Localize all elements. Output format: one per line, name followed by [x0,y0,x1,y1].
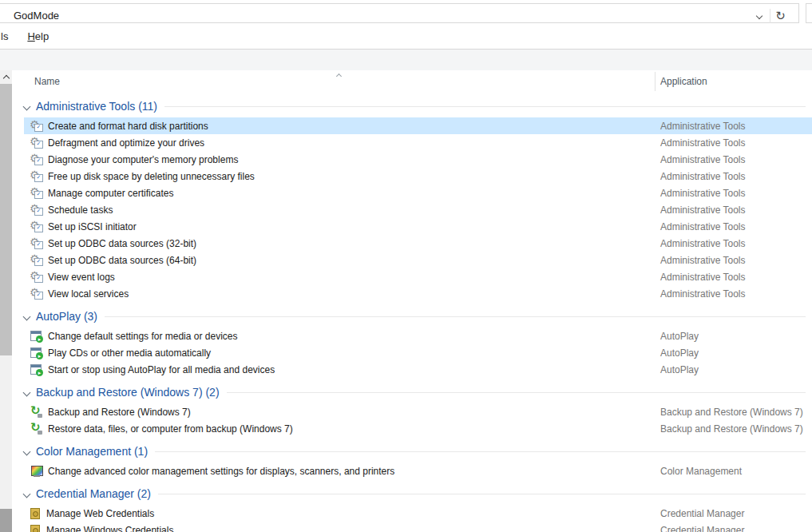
address-box[interactable]: ↻ [0,3,799,23]
autoplay-icon [30,363,43,376]
group-collapse-icon[interactable] [23,490,31,498]
admin-tools-icon [30,237,43,250]
list-item[interactable]: Set up iSCSI initiator Administrative To… [24,218,812,235]
group-title: Backup and Restore (Windows 7) (2) [36,386,220,399]
groups-container: Administrative Tools (11) Create and for… [13,96,812,532]
item-application: Administrative Tools [660,288,746,300]
list-item[interactable]: Restore data, files, or computer from ba… [24,420,812,437]
column-header-application[interactable]: Application [660,76,707,87]
item-application: Administrative Tools [660,272,746,283]
admin-tools-icon [30,204,43,216]
column-header-name[interactable]: Name [34,76,60,87]
vertical-scrollbar[interactable] [0,70,12,532]
toolband [0,50,812,70]
list-item[interactable]: Manage computer certificates Administrat… [24,185,812,201]
backup-icon [30,423,43,435]
scrollbar-thumb[interactable] [0,84,12,355]
list-item[interactable]: Schedule tasks Administrative Tools [24,201,812,218]
group-rows: Manage Web Credentials Credential Manage… [13,505,812,532]
item-name: Play CDs or other media automatically [48,347,211,359]
item-name: Change advanced color management setting… [48,466,394,477]
group-header-line [105,316,806,317]
column-header-row: Name Application [13,70,812,93]
list-item[interactable]: Change advanced color management setting… [24,463,812,479]
item-name: Change default settings for media or dev… [48,331,237,342]
admin-tools-icon [30,153,43,166]
list-item[interactable]: Manage Web Credentials Credential Manage… [24,505,812,522]
item-application: Color Management [660,466,742,477]
group-header-line [158,494,806,494]
item-group: Credential Manager (2) Manage Web Creden… [13,483,812,532]
item-name: View event logs [48,272,115,283]
admin-tools-icon [30,137,43,149]
chevron-up-icon [2,75,9,81]
list-item[interactable]: Manage Windows Credentials Credential Ma… [24,522,812,532]
item-name: Schedule tasks [48,204,113,216]
admin-tools-icon [30,187,43,200]
item-name: Start or stop using AutoPlay for all med… [48,364,275,375]
group-collapse-icon[interactable] [23,447,31,455]
address-divider [770,9,770,23]
group-header-line [164,106,806,107]
group-header[interactable]: Backup and Restore (Windows 7) (2) [13,382,812,403]
item-name: View local services [48,288,129,300]
group-rows: Change advanced color management setting… [13,463,812,479]
item-application: Credential Manager [660,525,744,532]
group-header[interactable]: Credential Manager (2) [13,483,812,504]
group-header-line [155,451,806,452]
refresh-icon: ↻ [775,10,786,22]
refresh-button[interactable]: ↻ [772,7,789,24]
item-group: AutoPlay (3) Change default settings for… [13,306,812,378]
list-item[interactable]: Defragment and optimize your drives Admi… [24,134,812,151]
list-item[interactable]: View local services Administrative Tools [24,285,812,302]
address-input[interactable] [14,8,493,22]
item-application: Administrative Tools [660,171,746,182]
color-management-icon [30,465,43,478]
backup-icon [30,406,43,419]
list-item[interactable]: View event logs Administrative Tools [24,268,812,285]
address-dropdown-button[interactable] [751,8,767,23]
list-item[interactable]: Play CDs or other media automatically Au… [24,344,812,361]
list-item[interactable]: Diagnose your computer's memory problems… [24,151,812,168]
group-title: AutoPlay (3) [36,310,97,323]
item-application: AutoPlay [660,347,699,359]
item-application: Backup and Restore (Windows 7) [660,407,803,418]
menu-item-tools-partial[interactable]: ls [0,30,13,42]
item-name: Set up ODBC data sources (64-bit) [48,255,196,266]
list-item[interactable]: Free up disk space by deleting unnecessa… [24,168,812,185]
item-name: Set up iSCSI initiator [48,221,137,232]
group-header[interactable]: Color Management (1) [13,441,812,462]
group-title: Color Management (1) [36,445,148,458]
menu-item-help[interactable]: Help [22,30,53,42]
list-item[interactable]: Set up ODBC data sources (32-bit) Admini… [24,235,812,252]
group-collapse-icon[interactable] [23,102,31,110]
list-item[interactable]: Start or stop using AutoPlay for all med… [24,361,812,378]
list-item[interactable]: Change default settings for media or dev… [24,328,812,344]
group-rows: Backup and Restore (Windows 7) Backup an… [13,403,812,437]
group-header[interactable]: Administrative Tools (11) [13,96,812,117]
credential-manager-icon [30,525,40,532]
item-application: Credential Manager [660,508,744,519]
item-name: Diagnose your computer's memory problems [48,154,238,165]
item-application: Administrative Tools [660,188,746,199]
item-application: Administrative Tools [660,204,746,216]
list-item[interactable]: Set up ODBC data sources (64-bit) Admini… [24,252,812,268]
item-name: Manage Web Credentials [46,508,154,519]
item-name: Manage Windows Credentials [46,525,173,532]
search-box-partial[interactable] [806,3,812,23]
item-application: Backup and Restore (Windows 7) [660,423,803,435]
column-divider[interactable] [655,72,656,91]
item-name: Defragment and optimize your drives [48,137,204,149]
group-collapse-icon[interactable] [23,312,31,320]
scrollbar-bottom-button[interactable] [0,509,12,532]
admin-tools-icon [30,120,43,133]
group-collapse-icon[interactable] [23,388,31,396]
admin-tools-icon [30,288,43,300]
group-header[interactable]: AutoPlay (3) [13,306,812,327]
group-title: Credential Manager (2) [36,487,151,500]
list-item[interactable]: Backup and Restore (Windows 7) Backup an… [24,403,812,420]
item-name: Free up disk space by deleting unnecessa… [48,171,255,182]
admin-tools-icon [30,271,43,284]
list-item[interactable]: Create and format hard disk partitions A… [24,117,812,134]
scrollbar-up-button[interactable] [0,70,12,84]
